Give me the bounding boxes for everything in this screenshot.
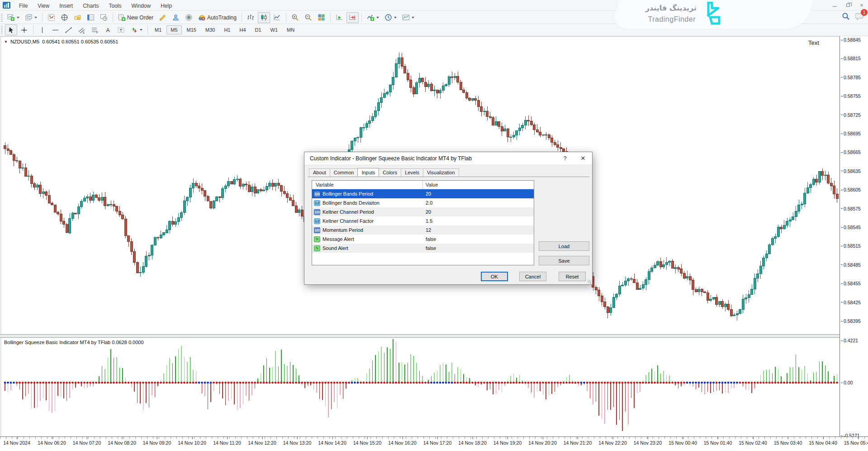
h-line-icon	[52, 26, 59, 34]
equidistant-channel-tool-button[interactable]: E	[76, 24, 88, 35]
variable-value[interactable]: false	[423, 245, 534, 251]
line-chart-mode-button[interactable]	[271, 12, 283, 23]
autotrading-button[interactable]: AutoTrading	[196, 12, 239, 23]
dropdown-arrow-icon[interactable]	[394, 17, 397, 19]
terminal-button[interactable]	[85, 12, 97, 23]
toolbar-drag-handle[interactable]	[1, 14, 3, 22]
time-axis[interactable]: 14 Nov 202414 Nov 06:2014 Nov 07:2014 No…	[0, 437, 868, 451]
minimize-button[interactable]	[830, 2, 839, 9]
crosshair-tool-button[interactable]	[18, 24, 30, 35]
new-chart-button[interactable]	[5, 12, 22, 23]
arrows-tool-button[interactable]	[128, 24, 145, 35]
menu-view[interactable]: View	[33, 1, 54, 11]
zoom-out-button[interactable]	[302, 12, 314, 23]
timeframe-d1-button[interactable]: D1	[251, 25, 266, 34]
ok-button[interactable]: OK	[481, 272, 508, 281]
variable-value[interactable]: 1.5	[423, 218, 534, 224]
chart-shift-button[interactable]	[346, 12, 359, 23]
timeframe-m1-button[interactable]: M1	[151, 25, 166, 34]
restore-button[interactable]	[844, 2, 853, 9]
community-button[interactable]	[170, 12, 182, 23]
new-order-button[interactable]: New Order	[116, 12, 156, 23]
timeframe-mn-button[interactable]: MN	[283, 25, 299, 34]
text-label-tool-button[interactable]: T	[115, 24, 127, 35]
timeframe-h4-button[interactable]: H4	[235, 25, 250, 34]
templates-button[interactable]	[400, 12, 417, 23]
close-button[interactable]: ×	[857, 2, 866, 9]
save-button[interactable]: Save	[539, 256, 589, 265]
indicator-subwindow[interactable]: Bollinger Squeeze Basic Indicator MT4 by…	[0, 338, 840, 437]
indicators-list-button[interactable]	[365, 12, 381, 23]
variable-value[interactable]: false	[423, 236, 534, 242]
fibonacci-tool-button[interactable]: F	[89, 24, 101, 35]
toolbar-drag-handle[interactable]	[1, 26, 3, 34]
cancel-button[interactable]: Cancel	[519, 272, 546, 281]
panel-splitter[interactable]	[0, 334, 868, 338]
timeframe-m5-button[interactable]: M5	[166, 25, 181, 34]
tab-levels[interactable]: Levels	[401, 168, 423, 177]
metaeditor-button[interactable]	[157, 12, 169, 23]
load-button[interactable]: Load	[539, 241, 589, 251]
indicator-plot[interactable]	[1, 338, 841, 437]
input-row-bollinger-bands-deviaiton[interactable]: 1.2Bollinger Bands Deviaiton2.0	[312, 198, 534, 207]
input-row-keltner-channel-factor[interactable]: 1.2Keltner Channel Factor1.5	[312, 216, 534, 226]
tab-common[interactable]: Common	[330, 168, 358, 177]
input-row-bollinger-bands-period[interactable]: 123Bollinger Bands Period20	[312, 189, 534, 198]
chart-symbol-header[interactable]: ▼ NZDUSD,M5 0.60541 0.60551 0.60535 0.60…	[4, 39, 118, 44]
price-axis[interactable]: 0.588450.588150.587850.587550.587250.586…	[840, 36, 868, 437]
profiles-button[interactable]	[23, 12, 39, 23]
search-icon[interactable]	[842, 12, 850, 22]
strategy-tester-button[interactable]	[98, 12, 110, 23]
menu-insert[interactable]: Insert	[54, 1, 78, 11]
dropdown-arrow-icon[interactable]	[17, 17, 19, 19]
dialog-resize-grip[interactable]	[588, 280, 591, 283]
dropdown-arrow-icon[interactable]	[412, 17, 414, 19]
tab-inputs[interactable]: Inputs	[357, 168, 379, 176]
timeframe-m15-button[interactable]: M15	[183, 25, 200, 34]
data-window-button[interactable]	[58, 12, 71, 23]
bar-chart-mode-button[interactable]	[245, 12, 257, 23]
menu-window[interactable]: Window	[127, 1, 156, 11]
dialog-close-button[interactable]: ✕	[574, 153, 592, 164]
variable-value[interactable]: 20	[423, 191, 534, 197]
zoom-in-button[interactable]	[289, 12, 301, 23]
cursor-tool-button[interactable]	[5, 24, 17, 35]
periods-button[interactable]	[382, 12, 399, 23]
dropdown-arrow-icon[interactable]	[140, 29, 142, 31]
dropdown-arrow-icon[interactable]	[34, 17, 37, 19]
tab-about[interactable]: About	[309, 168, 330, 177]
input-row-message-alert[interactable]: ∿Message Alertfalse	[312, 235, 534, 244]
market-watch-button[interactable]	[45, 12, 57, 23]
variable-value[interactable]: 2.0	[423, 200, 534, 206]
chart-text-object[interactable]: Text	[808, 39, 819, 46]
timeframe-h1-button[interactable]: H1	[220, 25, 234, 34]
navigator-button[interactable]	[71, 12, 84, 23]
dialog-titlebar[interactable]: Custom Indicator - Bollinger Squeeze Bas…	[304, 152, 592, 164]
auto-scroll-button[interactable]	[333, 12, 346, 23]
trendline-tool-button[interactable]	[62, 24, 75, 35]
variable-value[interactable]: 20	[423, 209, 534, 215]
menu-file[interactable]: File	[14, 1, 33, 11]
chevron-down-icon[interactable]: ▼	[4, 40, 8, 44]
timeframe-w1-button[interactable]: W1	[266, 25, 282, 34]
dialog-help-button[interactable]: ?	[556, 153, 574, 164]
news-sounds-button[interactable]	[183, 12, 195, 23]
variable-value[interactable]: 12	[423, 227, 534, 233]
tab-colors[interactable]: Colors	[379, 168, 401, 177]
input-row-keltner-channel-period[interactable]: 123Keltner Channel Period20	[312, 207, 534, 216]
chat-icon[interactable]: 1	[855, 12, 864, 22]
tile-windows-button[interactable]	[315, 12, 327, 23]
menu-tools[interactable]: Tools	[104, 1, 127, 11]
candlestick-mode-button[interactable]	[258, 12, 270, 23]
reset-button[interactable]: Reset	[559, 272, 586, 281]
tab-visualization[interactable]: Visualization	[423, 168, 459, 177]
dropdown-arrow-icon[interactable]	[376, 17, 379, 19]
vertical-line-tool-button[interactable]	[36, 24, 48, 35]
text-tool-button[interactable]: A	[102, 24, 114, 35]
horizontal-line-tool-button[interactable]	[49, 24, 62, 35]
timeframe-m30-button[interactable]: M30	[201, 25, 219, 34]
menu-help[interactable]: Help	[156, 1, 177, 11]
input-row-momentum-period[interactable]: 123Momentum Period12	[312, 226, 534, 235]
input-row-sound-alert[interactable]: ∿Sound Alertfalse	[312, 244, 534, 253]
menu-charts[interactable]: Charts	[78, 1, 104, 11]
